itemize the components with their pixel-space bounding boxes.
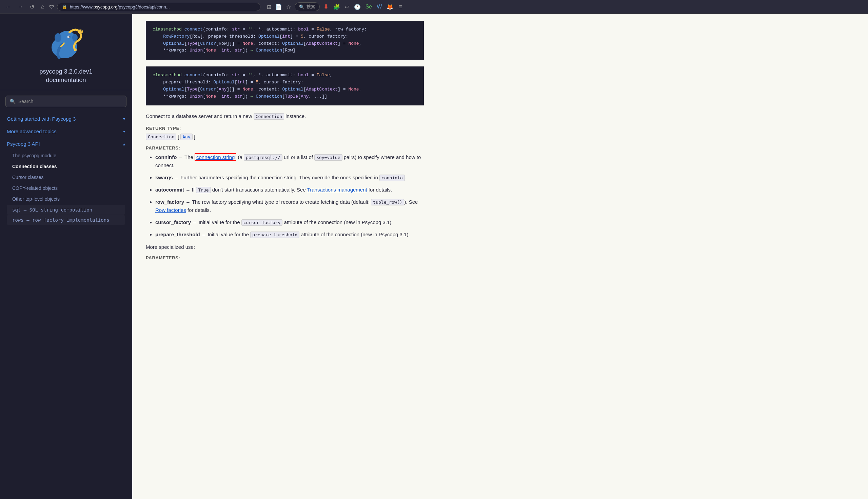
nav-item-api[interactable]: Psycopg 3 API ▴ [0,138,132,150]
toolbar-icons: ⊞ 📄 ☆ [266,3,292,11]
ext-fox-icon[interactable]: 🦊 [386,3,394,11]
sidebar: psycopg 3.2.0.dev1 documentation 🔍 Searc… [0,14,132,499]
chevron-up-icon: ▴ [123,142,125,146]
url-text: https://www.psycopg.org/psycopg3/docs/ap… [70,4,170,10]
nav-section: Getting started with Psycopg 3 ▾ More ad… [0,110,132,228]
param-name-row-factory: row_factory [155,199,184,205]
sidebar-logo-area: psycopg 3.2.0.dev1 documentation [0,14,132,90]
home-button[interactable]: ⌂ [39,3,47,11]
browser-chrome: ← → ↺ ⌂ 🛡 🔒 https://www.psycopg.org/psyc… [0,0,868,14]
reader-icon[interactable]: 📄 [274,3,283,11]
param-conninfo: conninfo – The connection string (a post… [155,153,424,170]
nav-item-more-advanced[interactable]: More advanced topics ▾ [0,125,132,138]
param-cursor-factory: cursor_factory – Initial value for the c… [155,218,424,227]
ext-download-icon[interactable]: ⬇ [322,2,330,12]
shield-icon: 🛡 [49,4,54,10]
qr-icon[interactable]: ⊞ [266,3,272,11]
param-name-kwargs: kwargs [155,174,173,180]
connection-inline-link[interactable]: Connection [254,113,284,120]
return-type-label: RETURN TYPE: [146,126,424,131]
param-row-factory: row_factory – The row factory specifying… [155,198,424,214]
nav-item-label: Psycopg 3 API [7,141,40,147]
svg-point-3 [72,34,78,41]
parameters-list: conninfo – The connection string (a post… [146,153,424,239]
code-block-1: classmethod connect(conninfo: str = '', … [146,21,424,60]
content-area: classmethod connect(conninfo: str = '', … [132,14,868,499]
sidebar-item-connection-classes[interactable]: Connection classes [0,161,132,172]
return-type-any[interactable]: Any [180,134,192,140]
svg-point-7 [78,29,83,34]
svg-point-6 [74,48,77,51]
cursor-factory-code: cursor_factory [241,219,283,226]
back-button[interactable]: ← [3,3,13,11]
reload-button[interactable]: ↺ [28,3,36,11]
sidebar-item-sql[interactable]: sql – SQL string composition [7,205,125,215]
svg-point-8 [81,31,82,32]
param-name-conninfo: conninfo [155,154,177,160]
lock-icon: 🔒 [62,4,67,9]
connection-string-link[interactable]: connection string [195,153,236,161]
ext-selenium-icon[interactable]: Se [365,3,373,11]
param-name-autocommit: autocommit [155,187,184,193]
chevron-down-icon-2: ▾ [123,129,125,134]
svg-point-2 [54,33,61,42]
content-inner: classmethod connect(conninfo: str = '', … [132,14,437,277]
nav-item-label: Getting started with Psycopg 3 [7,116,76,122]
sidebar-item-copy-objects[interactable]: COPY-related objects [0,183,132,194]
more-specialized-text: More specialized use: [146,244,424,250]
ext-w-icon[interactable]: W [376,3,383,11]
bookmark-icon[interactable]: ☆ [285,3,292,11]
nav-item-getting-started[interactable]: Getting started with Psycopg 3 ▾ [0,112,132,125]
tuple-row-code: tuple_row() [371,199,404,205]
sidebar-title: psycopg 3.2.0.dev1 documentation [39,68,92,84]
param-prepare-threshold: prepare_threshold – Initial value for th… [155,231,424,239]
search-container: 🔍 Search [0,90,132,110]
connect-description: Connect to a database server and return … [146,112,424,120]
sidebar-item-other-objects[interactable]: Other top-level objects [0,194,132,204]
conninfo-code: conninfo [379,174,405,181]
param-name-cursor-factory: cursor_factory [155,219,191,225]
ext-arrow-icon[interactable]: ↩ [344,3,350,11]
chevron-down-icon: ▾ [123,117,125,121]
return-type-box: Connection [ Any ] [146,134,424,140]
menu-button[interactable]: ≡ [399,3,402,11]
sidebar-search[interactable]: 🔍 Search [5,96,126,107]
parameters-label-2: PARAMETERS: [146,255,424,260]
transactions-management-link[interactable]: Transactions management [307,187,367,193]
address-bar[interactable]: 🔒 https://www.psycopg.org/psycopg3/docs/… [57,3,260,11]
search-icon: 🔍 [299,4,305,10]
logo-image [46,22,86,63]
param-kwargs: kwargs – Further parameters specifying t… [155,173,424,182]
row-factories-link[interactable]: Row factories [155,207,186,213]
sidebar-item-cursor-classes[interactable]: Cursor classes [0,172,132,183]
true-code: True [196,187,210,193]
search-magnifier-icon: 🔍 [10,99,16,104]
svg-point-5 [69,36,70,38]
code-block-2: classmethod connect(conninfo: str = '', … [146,66,424,106]
forward-button[interactable]: → [16,3,25,11]
return-type-connection[interactable]: Connection [146,134,176,140]
key-value-code: key=value [314,154,342,161]
prepare-threshold-code: prepare_threshold [250,232,299,238]
sidebar-item-rows[interactable]: rows – row factory implementations [7,215,125,225]
ext-clock-icon[interactable]: 🕐 [353,3,362,11]
search-text: 搜索 [306,4,315,10]
param-autocommit: autocommit – If True don't start transac… [155,186,424,194]
sidebar-item-psycopg-module[interactable]: The psycopg module [0,150,132,161]
param-name-prepare-threshold: prepare_threshold [155,232,200,237]
postgresql-code: postgresql:// [244,154,282,161]
ext-puzzle-icon[interactable]: 🧩 [332,3,341,11]
search-placeholder: Search [18,99,33,104]
browser-search-box[interactable]: 🔍 搜索 [295,2,320,11]
main-layout: psycopg 3.2.0.dev1 documentation 🔍 Searc… [0,14,868,499]
nav-item-label: More advanced topics [7,129,57,134]
parameters-label: PARAMETERS: [146,145,424,150]
